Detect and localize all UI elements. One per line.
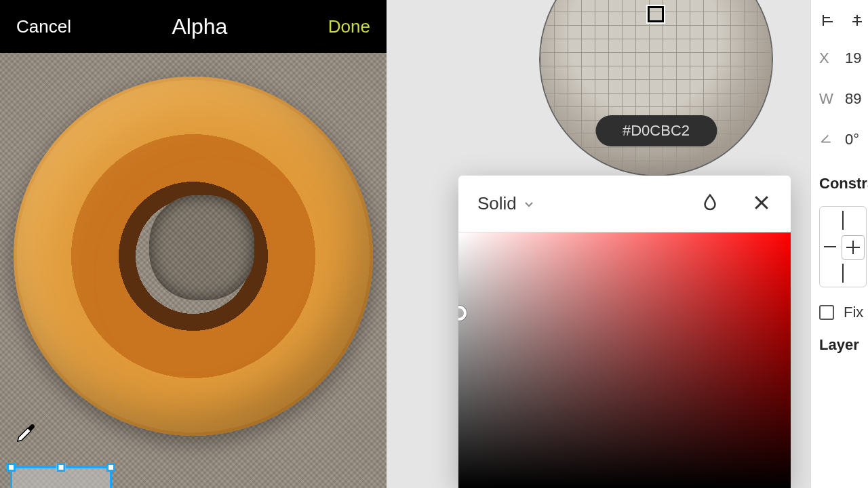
eyedropper-icon[interactable] <box>14 421 38 445</box>
align-center-icon[interactable] <box>849 12 865 31</box>
close-icon[interactable] <box>751 192 772 216</box>
fix-position-row[interactable]: Fix <box>811 287 868 321</box>
width-row[interactable]: W 89 <box>811 79 868 119</box>
resize-handle[interactable] <box>106 463 115 472</box>
fill-type-dropdown[interactable]: Solid <box>477 193 534 214</box>
mobile-panel: Cancel Alpha Done <box>0 0 387 488</box>
cancel-button[interactable]: Cancel <box>16 16 71 37</box>
done-button[interactable]: Done <box>328 16 370 37</box>
resize-handle[interactable] <box>7 463 16 472</box>
constraints-title: Constra <box>811 160 868 197</box>
loupe-target-pixel <box>648 6 664 22</box>
donut-image <box>14 77 373 436</box>
align-left-icon[interactable] <box>821 12 837 31</box>
loupe-pixels <box>540 0 772 175</box>
photo-canvas[interactable] <box>0 53 387 488</box>
constraint-center-icon[interactable] <box>842 235 865 260</box>
chevron-down-icon <box>524 193 534 214</box>
blend-mode-icon[interactable] <box>700 192 720 216</box>
w-value: 89 <box>845 90 861 108</box>
rotation-row[interactable]: 0° <box>811 119 868 160</box>
x-label: X <box>819 49 835 67</box>
color-picker: Solid <box>458 176 791 488</box>
mobile-header: Cancel Alpha Done <box>0 0 387 53</box>
resize-handle[interactable] <box>57 463 66 472</box>
donut-hole <box>149 195 254 300</box>
saturation-value-area[interactable] <box>458 232 791 488</box>
selection-rectangle[interactable] <box>10 466 112 488</box>
loupe-hex-value: #D0CBC2 <box>595 115 717 146</box>
color-picker-header: Solid <box>458 176 791 232</box>
color-loupe[interactable]: #D0CBC2 <box>539 0 773 176</box>
rotation-value: 0° <box>845 131 859 148</box>
fix-label: Fix <box>844 304 863 321</box>
screen-title: Alpha <box>172 14 227 39</box>
constraints-widget[interactable] <box>819 206 867 287</box>
align-tools <box>811 5 868 38</box>
w-label: W <box>819 90 835 108</box>
x-value: 19 <box>845 49 861 67</box>
inspector-panel: X 19 W 89 0° Constra Fix Layer <box>810 0 868 488</box>
fix-checkbox[interactable] <box>819 305 834 320</box>
fill-type-label: Solid <box>477 193 517 214</box>
layer-title: Layer <box>811 321 868 358</box>
angle-icon <box>819 131 835 148</box>
x-position-row[interactable]: X 19 <box>811 38 868 79</box>
